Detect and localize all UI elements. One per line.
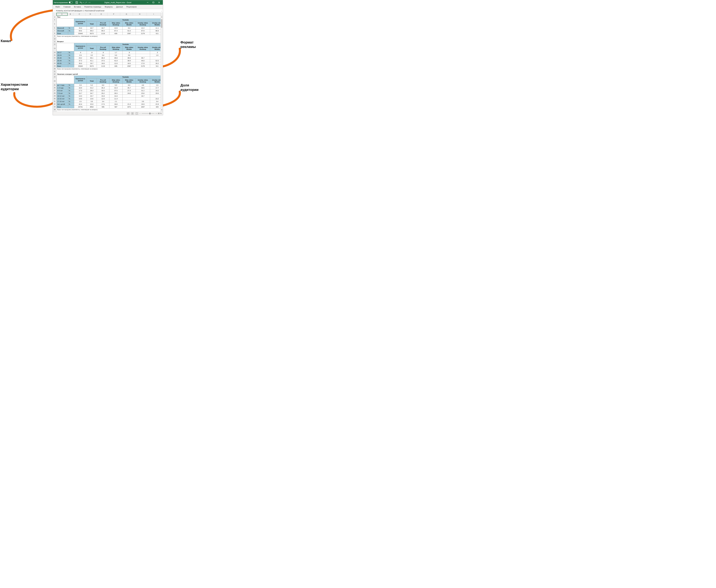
scroll-down-icon[interactable]: ▼ — [161, 109, 163, 111]
svg-rect-7 — [127, 113, 129, 114]
tab-insert[interactable]: Вставка — [73, 5, 82, 9]
col-header-B[interactable]: B — [67, 13, 74, 16]
undo-dropdown-icon[interactable]: ▾ — [83, 2, 84, 3]
col-header-I[interactable]: I — [147, 13, 161, 16]
row-headers: 3 4 5 6 7 8 9 10 11 12 13 14 15 16 17 18… — [53, 16, 57, 112]
annotation-channel: Канал — [1, 39, 11, 43]
table-row: Base23741465294550719711847420 — [57, 105, 161, 108]
ribbon-tabs: Файл Главная Вставка Разметка страницы Ф… — [53, 5, 163, 9]
col-header-D[interactable]: D — [85, 13, 95, 16]
formula-text: РОФИЛЬ КОНТАКТИРОВАВШИХ С РЕКЛАМНОЙ КАМП… — [56, 10, 104, 12]
table-row: 4-6 лет%17.328.332.537.527.331.219.2 — [57, 89, 161, 92]
table-row: 35-44%37.341.137.541.838.944.052.5 — [57, 59, 161, 62]
col-header-F[interactable]: F — [107, 13, 120, 16]
autosave-label: Автосохранение — [54, 1, 68, 4]
col-header-H[interactable]: H — [133, 13, 147, 16]
window-title: Digital_Audit_Report.xlsx - Excel — [91, 1, 145, 4]
view-page-break-button[interactable] — [135, 112, 138, 115]
svg-rect-1 — [76, 1, 77, 2]
tab-review[interactable]: Рецензиров — [125, 5, 138, 9]
fx-icon: ⋯ — [54, 10, 56, 12]
zoom-slider[interactable] — [142, 113, 155, 114]
annotation-audience-share: Доляаудитории — [180, 83, 199, 92]
tab-home[interactable]: Главная — [62, 5, 72, 9]
statusbar: − + 80 % — [53, 112, 163, 115]
table-row: до 1 года%2.85.26.05.36.04.61.9 — [57, 84, 161, 86]
tab-page-layout[interactable]: Разметка страницы — [83, 5, 103, 9]
table-row: 14-17%.6.8.91.7.9.3 — [57, 51, 161, 54]
annotation-ad-format: Форматрекламы — [180, 40, 196, 49]
hdr-channel: Youtube — [87, 19, 161, 21]
col-header-A[interactable]: A — [57, 13, 67, 16]
table-row: 18-24%2.93.23.45.53.61.9 — [57, 54, 161, 57]
save-icon[interactable] — [76, 1, 78, 4]
zoom-percent[interactable]: 80 % — [158, 112, 162, 114]
table-row: Женский%84.689.389.387.491.687.888.9 — [57, 29, 161, 32]
col-header-E[interactable]: E — [95, 13, 107, 16]
svg-rect-2 — [76, 3, 78, 3]
redo-icon[interactable] — [85, 1, 87, 4]
note-text: База: вся выгрузка (панелисты, ответивши… — [57, 35, 161, 38]
scroll-up-icon[interactable]: ▲ — [161, 16, 163, 18]
scroll-thumb[interactable] — [161, 19, 162, 28]
table-row: Base259435573111963523672178511 — [57, 65, 161, 67]
col-header-G[interactable]: G — [120, 13, 133, 16]
view-normal-button[interactable] — [127, 112, 130, 115]
table-row: 45-55%35.019.718.012.018.517.826.2 — [57, 62, 161, 65]
table-row: Мужской%15.410.710.712.68.412.211.1 — [57, 27, 161, 29]
maximize-button[interactable] — [150, 0, 156, 5]
section-children-title: Наличие и возраст детей — [57, 73, 161, 76]
zoom-in-button[interactable]: + — [156, 112, 157, 114]
autosave-toggle[interactable]: Автосохранение — [54, 1, 73, 4]
table-row: 1-3 года%16.931.235.431.935.733.517.7 — [57, 86, 161, 89]
annotation-audience-characteristics: Характеристикиаудитории — [1, 82, 28, 91]
tab-data[interactable]: Данные — [115, 5, 124, 9]
table-row: Base259435573111963523672178511 — [57, 32, 161, 35]
table-row: 7-9 лет%15.724.729.226.524.623.629.5 — [57, 92, 161, 94]
close-button[interactable] — [156, 0, 162, 5]
table-row: Нет детей%42.422.017.518.621.319.922.8 — [57, 103, 161, 105]
vertical-scrollbar[interactable]: ▲ ▼ — [161, 16, 163, 112]
svg-rect-11 — [132, 113, 133, 114]
redo-dropdown-icon[interactable]: ▾ — [88, 2, 89, 3]
formula-expand-icon[interactable]: ⌄ — [161, 10, 162, 12]
zoom-out-button[interactable]: − — [140, 112, 141, 114]
qat-overflow-icon[interactable]: ▿ — [89, 1, 90, 4]
tab-formulas[interactable]: Формулы — [103, 5, 114, 9]
worksheet[interactable]: Пол Кампания в целом Youtube Total Pre-r… — [57, 16, 161, 112]
svg-rect-4 — [152, 2, 154, 3]
tab-file[interactable]: Файл — [54, 5, 61, 9]
table-row: 10-12 лет%13.315.715.814.416.7 — [57, 94, 161, 97]
select-all-corner[interactable] — [53, 13, 57, 16]
excel-window: Автосохранение ▾ ▾ ▿ Digital_Audit_Repor… — [53, 0, 163, 115]
minimize-button[interactable] — [145, 0, 150, 5]
table-row: 13-16 лет%14.913.612.011.423.2 — [57, 97, 161, 100]
section-gender-title: Пол — [57, 16, 161, 19]
titlebar: Автосохранение ▾ ▾ ▿ Digital_Audit_Repor… — [53, 0, 163, 5]
toggle-icon — [69, 1, 73, 3]
table-row: 25-34%24.235.140.339.038.035.7 — [57, 57, 161, 59]
hdr-campaign: Кампания в целом — [74, 19, 87, 27]
section-age-title: Возраст — [57, 40, 161, 43]
table-row: 17-18 лет%2.53.03.42.13.93.4 — [57, 100, 161, 103]
col-header-C[interactable]: C — [73, 13, 85, 16]
formula-bar[interactable]: ⋯ РОФИЛЬ КОНТАКТИРОВАВШИХ С РЕКЛАМНОЙ КА… — [53, 9, 163, 13]
undo-icon[interactable] — [80, 1, 82, 4]
view-page-layout-button[interactable] — [131, 112, 134, 115]
svg-rect-10 — [131, 113, 132, 114]
